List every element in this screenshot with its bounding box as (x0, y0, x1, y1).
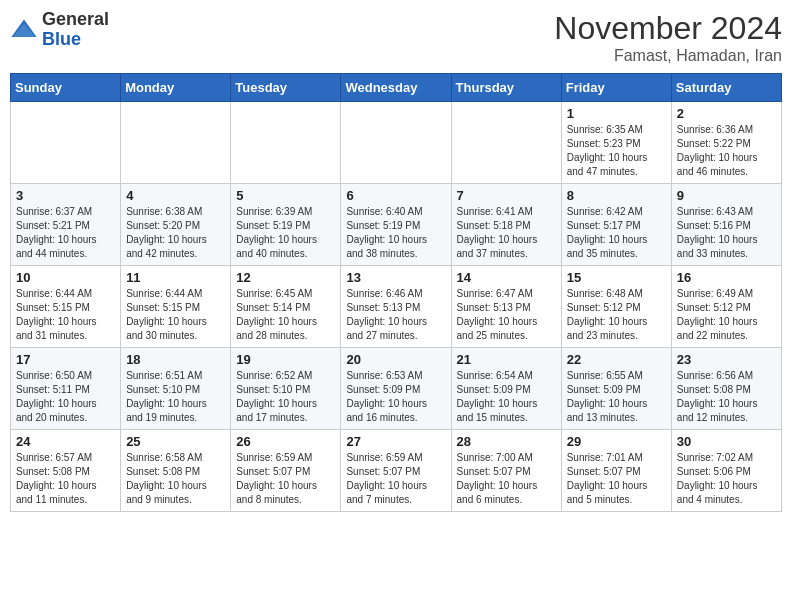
day-number: 30 (677, 434, 776, 449)
calendar-cell: 14 Sunrise: 6:47 AM Sunset: 5:13 PM Dayl… (451, 266, 561, 348)
day-number: 13 (346, 270, 445, 285)
logo-blue: Blue (42, 29, 81, 49)
day-number: 4 (126, 188, 225, 203)
calendar-cell: 9 Sunrise: 6:43 AM Sunset: 5:16 PM Dayli… (671, 184, 781, 266)
day-number: 2 (677, 106, 776, 121)
day-info: Sunrise: 6:51 AM Sunset: 5:10 PM Dayligh… (126, 369, 225, 425)
day-info: Sunrise: 6:37 AM Sunset: 5:21 PM Dayligh… (16, 205, 115, 261)
day-number: 27 (346, 434, 445, 449)
day-number: 24 (16, 434, 115, 449)
weekday-header-tuesday: Tuesday (231, 74, 341, 102)
calendar-week-5: 24 Sunrise: 6:57 AM Sunset: 5:08 PM Dayl… (11, 430, 782, 512)
calendar-cell: 18 Sunrise: 6:51 AM Sunset: 5:10 PM Dayl… (121, 348, 231, 430)
day-number: 29 (567, 434, 666, 449)
day-number: 22 (567, 352, 666, 367)
weekday-header-sunday: Sunday (11, 74, 121, 102)
day-info: Sunrise: 6:35 AM Sunset: 5:23 PM Dayligh… (567, 123, 666, 179)
calendar-cell: 30 Sunrise: 7:02 AM Sunset: 5:06 PM Dayl… (671, 430, 781, 512)
calendar-cell (231, 102, 341, 184)
day-info: Sunrise: 6:59 AM Sunset: 5:07 PM Dayligh… (346, 451, 445, 507)
day-number: 25 (126, 434, 225, 449)
day-info: Sunrise: 6:57 AM Sunset: 5:08 PM Dayligh… (16, 451, 115, 507)
day-number: 19 (236, 352, 335, 367)
svg-marker-1 (13, 23, 35, 37)
day-number: 21 (457, 352, 556, 367)
calendar-cell: 8 Sunrise: 6:42 AM Sunset: 5:17 PM Dayli… (561, 184, 671, 266)
day-number: 18 (126, 352, 225, 367)
day-info: Sunrise: 6:50 AM Sunset: 5:11 PM Dayligh… (16, 369, 115, 425)
calendar-cell: 26 Sunrise: 6:59 AM Sunset: 5:07 PM Dayl… (231, 430, 341, 512)
calendar-cell: 24 Sunrise: 6:57 AM Sunset: 5:08 PM Dayl… (11, 430, 121, 512)
day-info: Sunrise: 6:42 AM Sunset: 5:17 PM Dayligh… (567, 205, 666, 261)
day-info: Sunrise: 6:55 AM Sunset: 5:09 PM Dayligh… (567, 369, 666, 425)
day-number: 11 (126, 270, 225, 285)
calendar-cell (121, 102, 231, 184)
day-info: Sunrise: 6:59 AM Sunset: 5:07 PM Dayligh… (236, 451, 335, 507)
calendar-cell: 23 Sunrise: 6:56 AM Sunset: 5:08 PM Dayl… (671, 348, 781, 430)
day-number: 12 (236, 270, 335, 285)
day-number: 17 (16, 352, 115, 367)
day-number: 9 (677, 188, 776, 203)
calendar-cell (11, 102, 121, 184)
day-info: Sunrise: 6:53 AM Sunset: 5:09 PM Dayligh… (346, 369, 445, 425)
day-number: 23 (677, 352, 776, 367)
day-number: 10 (16, 270, 115, 285)
calendar-cell: 29 Sunrise: 7:01 AM Sunset: 5:07 PM Dayl… (561, 430, 671, 512)
calendar-cell: 10 Sunrise: 6:44 AM Sunset: 5:15 PM Dayl… (11, 266, 121, 348)
calendar-week-1: 1 Sunrise: 6:35 AM Sunset: 5:23 PM Dayli… (11, 102, 782, 184)
calendar-cell: 6 Sunrise: 6:40 AM Sunset: 5:19 PM Dayli… (341, 184, 451, 266)
day-number: 7 (457, 188, 556, 203)
day-info: Sunrise: 6:36 AM Sunset: 5:22 PM Dayligh… (677, 123, 776, 179)
calendar-cell: 21 Sunrise: 6:54 AM Sunset: 5:09 PM Dayl… (451, 348, 561, 430)
day-number: 28 (457, 434, 556, 449)
weekday-header-monday: Monday (121, 74, 231, 102)
calendar-week-3: 10 Sunrise: 6:44 AM Sunset: 5:15 PM Dayl… (11, 266, 782, 348)
calendar-cell: 22 Sunrise: 6:55 AM Sunset: 5:09 PM Dayl… (561, 348, 671, 430)
day-info: Sunrise: 6:47 AM Sunset: 5:13 PM Dayligh… (457, 287, 556, 343)
day-info: Sunrise: 6:48 AM Sunset: 5:12 PM Dayligh… (567, 287, 666, 343)
day-info: Sunrise: 6:44 AM Sunset: 5:15 PM Dayligh… (16, 287, 115, 343)
day-info: Sunrise: 6:45 AM Sunset: 5:14 PM Dayligh… (236, 287, 335, 343)
day-info: Sunrise: 7:01 AM Sunset: 5:07 PM Dayligh… (567, 451, 666, 507)
day-number: 1 (567, 106, 666, 121)
calendar-cell (451, 102, 561, 184)
weekday-header-friday: Friday (561, 74, 671, 102)
day-number: 8 (567, 188, 666, 203)
page-header: General Blue November 2024 Famast, Hamad… (10, 10, 782, 65)
calendar-cell: 25 Sunrise: 6:58 AM Sunset: 5:08 PM Dayl… (121, 430, 231, 512)
day-info: Sunrise: 6:43 AM Sunset: 5:16 PM Dayligh… (677, 205, 776, 261)
calendar-cell: 1 Sunrise: 6:35 AM Sunset: 5:23 PM Dayli… (561, 102, 671, 184)
day-number: 26 (236, 434, 335, 449)
calendar-cell: 16 Sunrise: 6:49 AM Sunset: 5:12 PM Dayl… (671, 266, 781, 348)
calendar-cell: 19 Sunrise: 6:52 AM Sunset: 5:10 PM Dayl… (231, 348, 341, 430)
day-info: Sunrise: 7:02 AM Sunset: 5:06 PM Dayligh… (677, 451, 776, 507)
calendar-week-2: 3 Sunrise: 6:37 AM Sunset: 5:21 PM Dayli… (11, 184, 782, 266)
day-info: Sunrise: 6:54 AM Sunset: 5:09 PM Dayligh… (457, 369, 556, 425)
calendar-cell: 15 Sunrise: 6:48 AM Sunset: 5:12 PM Dayl… (561, 266, 671, 348)
calendar-cell: 28 Sunrise: 7:00 AM Sunset: 5:07 PM Dayl… (451, 430, 561, 512)
calendar-cell (341, 102, 451, 184)
logo-icon (10, 16, 38, 44)
calendar-cell: 2 Sunrise: 6:36 AM Sunset: 5:22 PM Dayli… (671, 102, 781, 184)
day-info: Sunrise: 6:39 AM Sunset: 5:19 PM Dayligh… (236, 205, 335, 261)
day-number: 20 (346, 352, 445, 367)
day-number: 15 (567, 270, 666, 285)
day-number: 14 (457, 270, 556, 285)
calendar-cell: 11 Sunrise: 6:44 AM Sunset: 5:15 PM Dayl… (121, 266, 231, 348)
logo-general: General (42, 9, 109, 29)
calendar-cell: 27 Sunrise: 6:59 AM Sunset: 5:07 PM Dayl… (341, 430, 451, 512)
calendar-cell: 12 Sunrise: 6:45 AM Sunset: 5:14 PM Dayl… (231, 266, 341, 348)
calendar-cell: 7 Sunrise: 6:41 AM Sunset: 5:18 PM Dayli… (451, 184, 561, 266)
day-info: Sunrise: 6:44 AM Sunset: 5:15 PM Dayligh… (126, 287, 225, 343)
calendar-week-4: 17 Sunrise: 6:50 AM Sunset: 5:11 PM Dayl… (11, 348, 782, 430)
weekday-header-thursday: Thursday (451, 74, 561, 102)
day-info: Sunrise: 6:56 AM Sunset: 5:08 PM Dayligh… (677, 369, 776, 425)
weekday-header-row: SundayMondayTuesdayWednesdayThursdayFrid… (11, 74, 782, 102)
weekday-header-saturday: Saturday (671, 74, 781, 102)
logo: General Blue (10, 10, 109, 50)
title-block: November 2024 Famast, Hamadan, Iran (554, 10, 782, 65)
day-info: Sunrise: 6:49 AM Sunset: 5:12 PM Dayligh… (677, 287, 776, 343)
day-info: Sunrise: 6:41 AM Sunset: 5:18 PM Dayligh… (457, 205, 556, 261)
calendar-cell: 5 Sunrise: 6:39 AM Sunset: 5:19 PM Dayli… (231, 184, 341, 266)
logo-text: General Blue (42, 10, 109, 50)
